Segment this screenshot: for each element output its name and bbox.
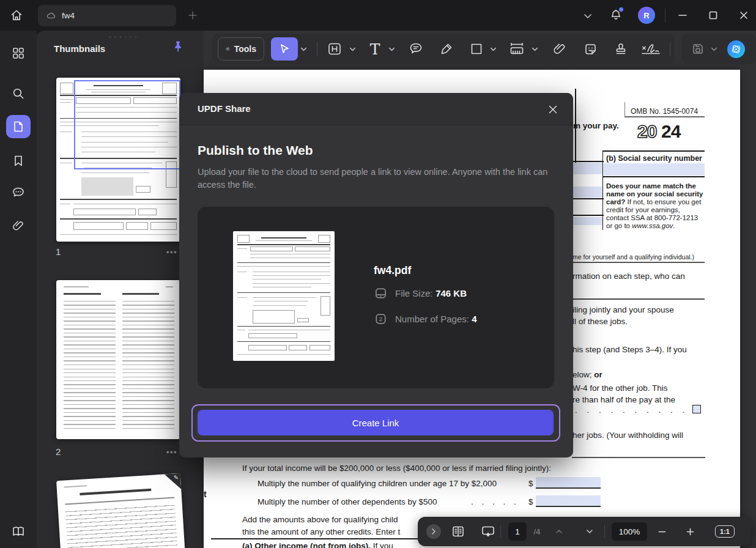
comment-tool-button[interactable] (404, 37, 428, 61)
sidebar-item-home-grid[interactable] (6, 42, 31, 65)
pdf-text: m your pay. (573, 121, 619, 130)
pdf-text: her jobs. (Your withholding will (573, 431, 683, 440)
paperclip-icon (12, 219, 25, 232)
file-name: fw4.pdf (374, 264, 411, 277)
sidebar-item-comments[interactable] (6, 181, 31, 204)
create-link-button[interactable]: Create Link (198, 410, 554, 435)
pdf-text: contact SSA at 800-772-1213 (606, 214, 698, 221)
notification-dot (619, 7, 623, 12)
comment-bubble-icon (11, 185, 26, 200)
expand-toolbar-button[interactable] (425, 517, 442, 546)
select-tool-dropdown[interactable] (300, 45, 308, 53)
page-count-row: 2 Number of Pages: 4 (374, 312, 477, 326)
pdf-text: elow; or (573, 370, 602, 379)
page-menu-button-2[interactable]: ••• (166, 448, 177, 457)
dialog-header[interactable]: UPDF Share (179, 93, 573, 125)
avatar: R (638, 7, 655, 24)
sidebar-item-search[interactable] (6, 82, 31, 105)
text-tool-button[interactable]: T (365, 37, 385, 61)
page-menu-button-1[interactable]: ••• (166, 248, 177, 257)
page-number-input[interactable]: 1 (508, 517, 527, 546)
reader-mode-button[interactable] (6, 520, 31, 543)
chevron-down-icon (710, 45, 718, 53)
shapes-tool-button[interactable] (465, 37, 487, 61)
ruler-icon (508, 41, 525, 57)
plus-icon (187, 9, 199, 21)
pdf-text: ll of these jobs. (573, 317, 628, 326)
pdf-text: . . . . . . . . . . (575, 405, 684, 415)
pdf-text: W-4 for the other job. This (573, 383, 668, 393)
save-button[interactable] (687, 37, 708, 61)
chevron-down-icon (585, 527, 594, 536)
pin-panel-button[interactable] (170, 39, 187, 56)
account-button[interactable]: R (638, 7, 655, 24)
cursor-icon (278, 42, 291, 56)
stamp-icon (613, 42, 628, 56)
tools-button[interactable]: Tools (218, 37, 264, 61)
panel-drag-handle[interactable]: ······ (109, 32, 139, 41)
new-tab-button[interactable] (183, 6, 202, 24)
actual-size-button[interactable]: 1:1 (709, 517, 741, 546)
two-page-view-icon (451, 524, 465, 539)
select-tool-button[interactable] (271, 37, 298, 61)
presentation-mode-button[interactable] (476, 517, 500, 546)
text-tool-dropdown[interactable] (388, 45, 396, 53)
chevron-down-icon (489, 45, 497, 53)
minimize-button[interactable] (673, 6, 692, 24)
measure-tool-dropdown[interactable] (531, 45, 539, 53)
file-size-label: File Size: (395, 288, 433, 298)
shapes-tool-dropdown[interactable] (489, 45, 497, 53)
pdf-amount-field[interactable] (536, 477, 601, 489)
stamp-tool-button[interactable] (609, 37, 632, 61)
pdf-amount-field[interactable] (536, 495, 601, 507)
zoom-level-input[interactable]: 100% (610, 517, 648, 546)
file-size-value: 746 KB (435, 288, 467, 298)
chevron-down-icon (300, 45, 308, 53)
highlighter-tool-button[interactable] (435, 37, 458, 61)
pdf-text: If your total income will be $200,000 or… (242, 464, 551, 473)
dialog-description: Upload your file to the cloud to send pe… (198, 166, 551, 191)
header-footer-tool-button[interactable] (323, 37, 346, 61)
zoom-out-button[interactable] (651, 517, 672, 546)
plus-icon (686, 527, 695, 536)
ssn-form-field[interactable] (604, 163, 705, 176)
home-button[interactable] (7, 6, 26, 24)
previous-page-button[interactable] (549, 517, 569, 546)
page-thumbnail-2[interactable] (56, 280, 180, 439)
notifications-button[interactable] (607, 6, 625, 24)
square-shape-icon (470, 42, 483, 56)
measure-tool-button[interactable] (504, 37, 530, 61)
close-window-button[interactable] (735, 6, 753, 24)
page-count-icon: 2 (374, 312, 388, 326)
attachment-tool-button[interactable] (548, 37, 571, 61)
zoom-in-button[interactable] (680, 517, 700, 546)
sticker-tool-button[interactable] (579, 37, 602, 61)
document-tab[interactable]: fw4 (38, 5, 176, 26)
sticker-smiley-icon (583, 42, 598, 57)
next-page-button[interactable] (579, 517, 600, 546)
file-preview-thumbnail (233, 231, 335, 361)
signature-tool-button[interactable] (637, 37, 664, 61)
page-thumbnail-3[interactable]: ✎ (56, 473, 186, 548)
save-dropdown[interactable] (710, 45, 718, 53)
sidebar-item-thumbnails[interactable] (6, 115, 31, 138)
pdf-text: this the amount of any other credits. En… (242, 527, 400, 536)
page-thumbnail-1[interactable] (56, 78, 180, 242)
dialog-title: UPDF Share (198, 103, 251, 114)
maximize-button[interactable] (704, 6, 722, 24)
present-screen-icon (480, 524, 496, 539)
pin-icon (170, 39, 186, 55)
sidebar-item-attachments[interactable] (6, 214, 31, 237)
ai-assistant-button[interactable] (727, 40, 745, 58)
page-layout-button[interactable] (447, 517, 469, 546)
collapse-toolbar-button[interactable] (579, 7, 597, 25)
page-count-value: 4 (472, 314, 476, 324)
sidebar-item-bookmarks[interactable] (6, 149, 31, 172)
pdf-checkbox[interactable] (692, 405, 701, 413)
header-tool-dropdown[interactable] (349, 45, 357, 53)
page-icon (12, 120, 25, 133)
annotation-fold (165, 473, 182, 491)
pdf-text: $ (528, 497, 533, 506)
dialog-close-button[interactable] (545, 102, 561, 117)
viewport-indicator[interactable] (74, 80, 180, 169)
